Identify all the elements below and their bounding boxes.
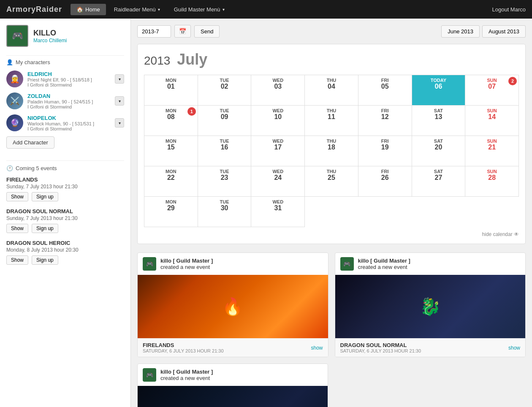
- character-dropdown[interactable]: ▾: [115, 118, 124, 128]
- calendar-day[interactable]: 2 SUN 07: [465, 75, 519, 106]
- hide-calendar-button[interactable]: hide calendar 👁: [144, 231, 519, 237]
- activity-img-icon: 🔥: [222, 297, 243, 317]
- day-name: SUN: [468, 108, 516, 113]
- event-signup-button[interactable]: Sign up: [32, 224, 58, 233]
- activity-user: killo [ Guild Master ]: [358, 258, 410, 264]
- day-number: 30: [201, 204, 249, 212]
- day-number: 21: [468, 144, 516, 151]
- calendar-day[interactable]: THU 04: [305, 75, 358, 106]
- character-guild: I Grifoni di Stormwind: [27, 104, 111, 109]
- character-guild: I Grifoni di Stormwind: [27, 82, 111, 87]
- calendar-day[interactable]: FRI 12: [358, 106, 412, 136]
- nav-guildmaster[interactable]: Guild Master Menù ▾: [168, 4, 231, 15]
- user-sub[interactable]: Marco Chillemi: [33, 38, 67, 43]
- sidebar-event-item: DRAGON SOUL NORMAL Sunday, 7 July 2013 h…: [6, 208, 124, 233]
- activity-text: killo [ Guild Master ] created a new eve…: [160, 258, 213, 270]
- calendar-day[interactable]: FRI 26: [358, 166, 412, 197]
- event-show-button[interactable]: Show: [6, 255, 28, 265]
- character-item: 🧝 ELDRICH Priest Night Elf, 90 - [ 518/5…: [6, 71, 124, 87]
- day-name: MON: [147, 199, 195, 204]
- calendar-day[interactable]: FRI 05: [358, 75, 412, 106]
- character-class: Warlock Human, 90 - [ 531/531 ]: [27, 121, 111, 126]
- calendar-day[interactable]: SUN 14: [465, 106, 519, 136]
- prev-month-button[interactable]: June 2013: [441, 25, 480, 38]
- main-content: 📅 Send June 2013 August 2013 2013 July M…: [131, 19, 532, 407]
- event-signup-button[interactable]: Sign up: [32, 255, 58, 265]
- sidebar-event-item: FIRELANDS Sunday, 7 July 2013 hour 21:30…: [6, 176, 124, 201]
- day-number: 13: [415, 113, 463, 121]
- nav-raidleader[interactable]: Raidleader Menù ▾: [108, 4, 166, 15]
- activity-event-name: DRAGON SOUL NORMAL: [340, 342, 421, 348]
- calendar-day[interactable]: WED 31: [251, 197, 305, 227]
- calendar-icon-button[interactable]: 📅: [174, 25, 191, 38]
- calendar-day[interactable]: MON 01: [144, 75, 198, 106]
- character-dropdown[interactable]: ▾: [115, 74, 124, 84]
- day-name: MON: [147, 169, 195, 174]
- day-name: WED: [254, 199, 302, 204]
- calendar-day[interactable]: FRI 19: [358, 136, 412, 166]
- calendar-day[interactable]: THU 11: [305, 106, 358, 136]
- add-character-button[interactable]: Add Character: [6, 136, 54, 149]
- activity-show-link[interactable]: show: [508, 345, 520, 351]
- calendar-day[interactable]: SUN 21: [465, 136, 519, 166]
- day-number: 02: [201, 83, 249, 90]
- day-name: FRI: [361, 169, 409, 174]
- calendar-title: 2013 July: [144, 51, 519, 68]
- calendar-day[interactable]: WED 03: [251, 75, 305, 106]
- coming-events-title: 🕐 Coming 5 events: [6, 165, 124, 171]
- day-number: 24: [254, 174, 302, 182]
- calendar-day[interactable]: THU 25: [305, 166, 358, 197]
- calendar-day[interactable]: TODAY 06: [412, 75, 466, 106]
- day-number: 26: [361, 174, 409, 182]
- nav-raidleader-label: Raidleader Menù: [114, 6, 156, 13]
- day-name: TUE: [201, 169, 249, 174]
- calendar-day[interactable]: WED 24: [251, 166, 305, 197]
- calendar-input[interactable]: [137, 25, 171, 38]
- calendar-day[interactable]: TUE 30: [198, 197, 252, 227]
- event-signup-button[interactable]: Sign up: [32, 192, 58, 201]
- calendar-day[interactable]: TUE 02: [198, 75, 252, 106]
- calendar-day[interactable]: SAT 13: [412, 106, 466, 136]
- calendar-send-button[interactable]: Send: [194, 25, 220, 38]
- calendar-day[interactable]: SAT 27: [412, 166, 466, 197]
- event-name: DRAGON SOUL NORMAL: [6, 208, 124, 214]
- calendar-day[interactable]: THU 18: [305, 136, 358, 166]
- day-number: 31: [254, 204, 302, 212]
- day-number: 27: [415, 174, 463, 182]
- calendar-day[interactable]: SUN 28: [465, 166, 519, 197]
- character-name[interactable]: ELDRICH: [27, 71, 111, 77]
- character-avatar: 🧝: [6, 71, 23, 87]
- calendar-day[interactable]: TUE 23: [198, 166, 252, 197]
- activity-user: killo [ Guild Master ]: [160, 369, 213, 375]
- day-name: FRI: [361, 78, 409, 83]
- calendar-day[interactable]: MON 15: [144, 136, 198, 166]
- next-month-button[interactable]: August 2013: [482, 25, 526, 38]
- day-number: 09: [201, 113, 249, 121]
- activity-event-date: SATURDAY, 6 JULY 2013 HOUR 21:30: [340, 348, 421, 353]
- character-name[interactable]: NIOPELOK: [27, 115, 111, 121]
- day-name: THU: [307, 108, 356, 113]
- character-info: ZOLDAN Paladin Human, 90 - [ 524/515 ] I…: [27, 93, 111, 109]
- character-dropdown[interactable]: ▾: [115, 96, 124, 106]
- calendar-day[interactable]: TUE 16: [198, 136, 252, 166]
- logout-button[interactable]: Logout Marco: [492, 6, 526, 13]
- activity-show-link[interactable]: show: [311, 345, 323, 351]
- calendar-day[interactable]: WED 17: [251, 136, 305, 166]
- calendar-day[interactable]: MON 29: [144, 197, 198, 227]
- chevron-down-icon: ▾: [223, 7, 225, 12]
- calendar-day[interactable]: SAT 20: [412, 136, 466, 166]
- calendar: 2013 July MON 01 TUE 02 WED 03 THU 04 FR…: [137, 44, 526, 244]
- event-badge: 1: [187, 107, 196, 116]
- nav-home[interactable]: 🏠 Home: [71, 4, 106, 15]
- characters-list: 🧝 ELDRICH Priest Night Elf, 90 - [ 518/5…: [6, 71, 124, 131]
- calendar-day[interactable]: TUE 09: [198, 106, 252, 136]
- event-show-button[interactable]: Show: [6, 192, 28, 201]
- event-show-button[interactable]: Show: [6, 224, 28, 233]
- activity-avatar: 🎮: [143, 368, 156, 382]
- calendar-day[interactable]: 1 MON 08: [144, 106, 198, 136]
- activity-footer: FIRELANDS SATURDAY, 6 JULY 2013 HOUR 21:…: [138, 338, 328, 357]
- character-name[interactable]: ZOLDAN: [27, 93, 111, 99]
- calendar-day[interactable]: WED 10: [251, 106, 305, 136]
- calendar-day[interactable]: MON 22: [144, 166, 198, 197]
- activity-action: created a new event: [160, 375, 210, 381]
